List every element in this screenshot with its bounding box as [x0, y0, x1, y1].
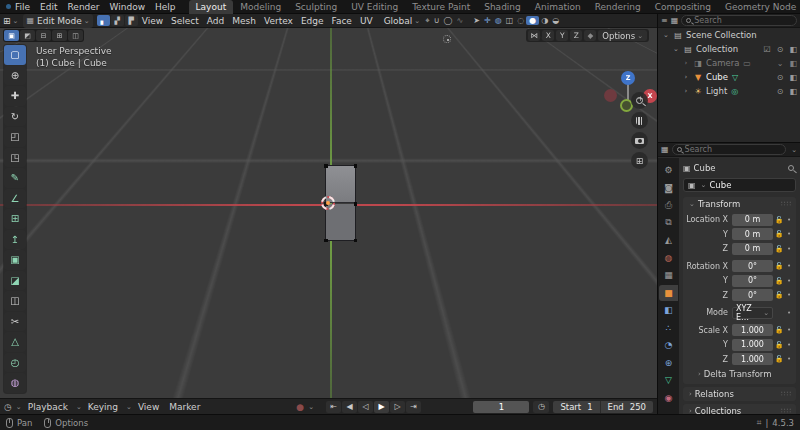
tool-measure[interactable]: ∠	[4, 189, 26, 209]
menu-uv[interactable]: UV	[356, 16, 377, 26]
tab-world[interactable]: ◍	[659, 250, 678, 266]
tab-compositing[interactable]: Compositing	[648, 0, 718, 14]
chevron-down-icon[interactable]: ⌄	[791, 146, 797, 154]
mirror-y-button[interactable]: Y	[556, 30, 568, 41]
menu-playback[interactable]: Playback	[24, 402, 72, 412]
shading-rendered-button[interactable]: ◒	[550, 16, 561, 25]
editor-type-button[interactable]: ⊞ ⌄	[0, 14, 21, 28]
rotation-y-input[interactable]: 0°	[732, 275, 773, 287]
chevron-down-icon[interactable]: ⌄	[672, 45, 680, 53]
tab-rendering[interactable]: Rendering	[588, 0, 648, 14]
lock-icon[interactable]: 🔓	[773, 277, 785, 285]
tab-collection[interactable]: ▦	[659, 267, 678, 283]
gizmos-toggle-button[interactable]: ✛	[482, 16, 493, 25]
location-z-input[interactable]: 0 m	[732, 243, 773, 255]
menu-render[interactable]: Render	[63, 0, 105, 14]
tool-select-box[interactable]: ▢	[4, 45, 26, 65]
panel-grip-icon[interactable]: ∷∷	[781, 390, 792, 398]
tool-transform[interactable]: ◳	[4, 148, 26, 168]
scale-x-input[interactable]: 1.000	[732, 324, 773, 336]
gizmo-neg-x-axis[interactable]	[604, 89, 617, 102]
select-extend-button[interactable]: ◩	[20, 30, 35, 41]
select-difference-button[interactable]: ⊞	[52, 30, 67, 41]
collection-checkbox[interactable]: ☑	[764, 45, 771, 54]
vertex-select-button[interactable]: ▖	[97, 15, 110, 26]
location-y-input[interactable]: 0 m	[732, 228, 773, 240]
tab-modifiers[interactable]: ◧	[659, 302, 678, 318]
outliner-search-input[interactable]	[694, 16, 792, 25]
eye-icon[interactable]: ⊙	[777, 73, 784, 82]
tab-view-layer[interactable]: ⧉	[659, 215, 678, 231]
auto-key-record-button[interactable]: ●	[296, 402, 304, 412]
timeline-editor-icon[interactable]: ◷	[4, 402, 12, 412]
tab-material[interactable]: ◉	[659, 390, 678, 406]
tab-output[interactable]: ⎙	[659, 197, 678, 213]
tool-annotate[interactable]: ✎	[4, 168, 26, 188]
animate-dot[interactable]: •	[785, 326, 793, 334]
scale-y-input[interactable]: 1.000	[732, 339, 773, 351]
tool-knife[interactable]: ✂	[4, 312, 26, 332]
menu-select[interactable]: Select	[167, 16, 203, 26]
properties-search-input[interactable]	[685, 145, 782, 154]
animate-dot[interactable]: •	[785, 245, 793, 253]
select-intersect-button[interactable]: ◫	[68, 30, 83, 41]
start-frame-input[interactable]: Start 1	[553, 401, 599, 413]
next-keyframe-button[interactable]: ▷	[390, 401, 405, 413]
end-frame-input[interactable]: End 250	[600, 401, 653, 413]
rotation-z-input[interactable]: 0°	[732, 289, 773, 301]
lock-icon[interactable]: 🔓	[773, 216, 785, 224]
tab-object[interactable]: ■	[659, 285, 678, 301]
overlays-toggle-button[interactable]: ◍	[493, 16, 504, 25]
tab-constraints[interactable]: ⊛	[659, 355, 678, 371]
use-preview-range-button[interactable]: ◷	[533, 401, 549, 413]
lock-icon[interactable]: 🔓	[773, 326, 785, 334]
lock-icon[interactable]: 🔓	[773, 341, 785, 349]
chevron-right-icon[interactable]: ›	[682, 73, 690, 81]
play-button[interactable]: ▶	[374, 401, 389, 413]
chevron-right-icon[interactable]: ›	[682, 59, 690, 67]
outliner-row-camera[interactable]: › ◨ Camera ▭ ⌄ ◧	[658, 56, 800, 70]
rotation-mode-select[interactable]: XYZ E… ⌄	[732, 307, 773, 319]
tab-layout[interactable]: Layout	[189, 0, 234, 14]
proportional-editing-button[interactable]: ◯	[442, 16, 455, 25]
outliner-row-cube[interactable]: › ▼ Cube ▽ ⊙ ◧	[658, 70, 800, 84]
tab-geometry-node[interactable]: Geometry Node	[718, 0, 800, 14]
lock-icon[interactable]: 🔓	[773, 355, 785, 363]
outliner-search[interactable]	[681, 15, 797, 26]
tab-texture-paint[interactable]: Texture Paint	[405, 0, 477, 14]
lock-icon[interactable]: 🔓	[773, 245, 785, 253]
animate-dot[interactable]: •	[785, 262, 793, 270]
tool-extrude-region[interactable]: ↥	[4, 230, 26, 250]
face-select-button[interactable]: ▛	[125, 15, 138, 26]
outliner-row-light[interactable]: › ☀ Light ◎ ⊙ ◧	[658, 84, 800, 98]
mode-dropdown[interactable]: ▦ Edit Mode ⌄	[23, 14, 92, 28]
tab-scene[interactable]: ◭	[659, 232, 678, 248]
animate-dot[interactable]: •	[785, 277, 793, 285]
tab-physics[interactable]: ◔	[659, 337, 678, 353]
tool-poly-build[interactable]: △	[4, 332, 26, 352]
rotation-x-input[interactable]: 0°	[732, 260, 773, 272]
relations-panel[interactable]: › Relations ∷∷	[683, 387, 796, 401]
tool-smooth[interactable]: ◍	[4, 373, 26, 393]
tool-spin[interactable]: ◴	[4, 353, 26, 373]
tab-object-data[interactable]: ▽	[659, 372, 678, 388]
outliner-row-collection[interactable]: ⌄ ▤ Collection ☑ ⊙ ◧	[658, 42, 800, 56]
menu-help[interactable]: Help	[150, 0, 181, 14]
orientation-dropdown[interactable]: Global ⌄	[381, 14, 424, 28]
mirror-x-button[interactable]: X	[542, 30, 554, 41]
snap-base-icon[interactable]: ◆	[584, 30, 596, 41]
snap-magnet-button[interactable]: ∪	[432, 16, 442, 25]
chevron-down-icon[interactable]: ⌄	[662, 31, 670, 39]
menu-marker[interactable]: Marker	[165, 402, 204, 412]
shading-wireframe-button[interactable]: ◌	[515, 16, 526, 25]
tab-render[interactable]: ◙	[659, 180, 678, 196]
tab-particles[interactable]: ∴	[659, 320, 678, 336]
menu-view[interactable]: View	[138, 16, 167, 26]
render-visibility-icon[interactable]: ◧	[789, 73, 797, 82]
gizmo-z-axis[interactable]: Z	[621, 71, 635, 85]
eye-icon[interactable]: ⊙	[777, 87, 784, 96]
delta-transform-panel[interactable]: › Delta Transform	[686, 367, 793, 380]
chevron-right-icon[interactable]: ›	[682, 87, 690, 95]
menu-vertex[interactable]: Vertex	[260, 16, 297, 26]
tab-sculpting[interactable]: Sculpting	[288, 0, 344, 14]
